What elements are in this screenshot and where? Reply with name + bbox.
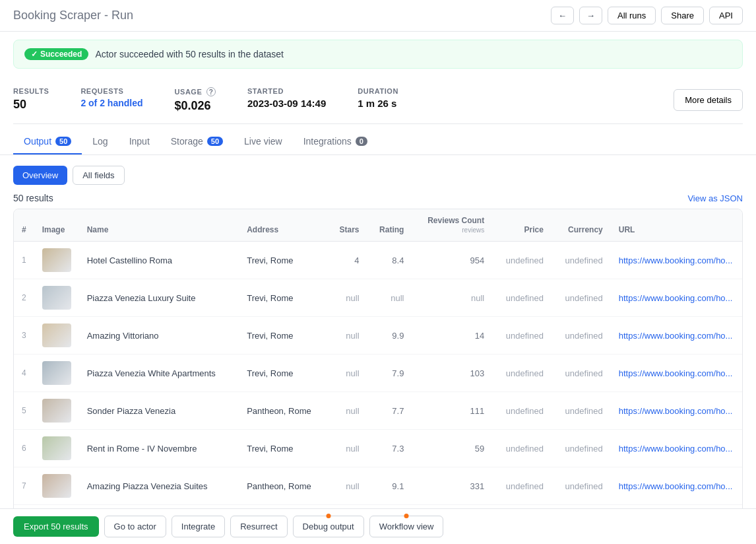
table-row: 4 Piazza Venezia White Apartments Trevi,…: [14, 355, 742, 392]
metrics-row: RESULTS 50 REQUESTS 2 of 2 handled USAGE…: [13, 77, 743, 124]
row-stars: null: [328, 279, 367, 317]
row-rating: 9.9: [367, 317, 412, 355]
row-image: [34, 430, 79, 467]
row-url[interactable]: https://www.booking.com/ho...: [611, 279, 742, 317]
tab-input[interactable]: Input: [119, 129, 160, 154]
tab-output[interactable]: Output 50: [13, 129, 82, 154]
started-value: 2023-03-09 14:49: [247, 98, 326, 109]
row-price: undefined: [492, 279, 551, 317]
row-image: [34, 355, 79, 392]
go-to-actor-button[interactable]: Go to actor: [104, 516, 166, 537]
nav-forward-button[interactable]: →: [579, 7, 602, 24]
results-label: RESULTS: [13, 87, 49, 95]
row-num: 1: [14, 242, 34, 279]
view-json-link[interactable]: View as JSON: [687, 193, 743, 203]
app-name: Booking Scraper: [13, 9, 101, 22]
metric-results: RESULTS 50: [13, 87, 49, 112]
row-image: [34, 392, 79, 430]
row-rating: 9.1: [367, 467, 412, 505]
workflow-view-button[interactable]: Workflow view: [369, 516, 444, 537]
run-label: Run: [111, 9, 133, 22]
row-price: undefined: [492, 242, 551, 279]
row-rating: 7.7: [367, 392, 412, 430]
row-image: [34, 467, 79, 505]
nav-back-button[interactable]: ←: [551, 7, 574, 24]
share-button[interactable]: Share: [661, 7, 704, 24]
status-message: Actor succeeded with 50 results in the d…: [95, 49, 284, 59]
row-currency: undefined: [551, 467, 611, 505]
header-actions: ← → All runs Share API: [551, 7, 743, 24]
page-title: Booking Scraper - Run: [13, 9, 551, 22]
row-name: Piazza Venezia Luxury Suite: [79, 279, 239, 317]
resurrect-button[interactable]: Resurrect: [230, 516, 287, 537]
row-stars: null: [328, 392, 367, 430]
row-name: Piazza Venezia White Apartments: [79, 355, 239, 392]
row-currency: undefined: [551, 279, 611, 317]
results-table-container: # Image Name Address Stars Rating Review…: [13, 209, 743, 543]
tabs: Output 50 Log Input Storage 50 Live view…: [0, 129, 756, 155]
row-currency: undefined: [551, 392, 611, 430]
row-price: undefined: [492, 392, 551, 430]
row-name: Amazing Vittoriano: [79, 317, 239, 355]
row-url[interactable]: https://www.booking.com/ho...: [611, 242, 742, 279]
row-name: Amazing Piazza Venezia Suites: [79, 467, 239, 505]
export-button[interactable]: Export 50 results: [13, 516, 99, 537]
api-button[interactable]: API: [709, 7, 743, 24]
usage-help-icon[interactable]: ?: [206, 87, 216, 96]
tab-log[interactable]: Log: [82, 129, 118, 154]
row-address: Trevi, Rome: [239, 279, 328, 317]
row-url[interactable]: https://www.booking.com/ho...: [611, 392, 742, 430]
col-url: URL: [611, 209, 742, 242]
row-stars: null: [328, 317, 367, 355]
col-address: Address: [239, 209, 328, 242]
table-header-row: # Image Name Address Stars Rating Review…: [14, 209, 742, 242]
row-url[interactable]: https://www.booking.com/ho...: [611, 430, 742, 467]
tab-integrations[interactable]: Integrations 0: [293, 129, 378, 154]
bottom-bar: Export 50 results Go to actor Integrate …: [0, 508, 756, 543]
table-row: 2 Piazza Venezia Luxury Suite Trevi, Rom…: [14, 279, 742, 317]
row-image: [34, 242, 79, 279]
row-reviews: 103: [412, 355, 492, 392]
results-value: 50: [13, 98, 49, 112]
overview-button[interactable]: Overview: [13, 166, 67, 185]
row-url[interactable]: https://www.booking.com/ho...: [611, 317, 742, 355]
col-currency: Currency: [551, 209, 611, 242]
tab-storage[interactable]: Storage 50: [160, 129, 234, 154]
status-badge: ✓ Succeeded: [24, 48, 88, 60]
orange-dot-indicator-2: [404, 514, 409, 518]
started-label: STARTED: [247, 87, 326, 95]
tab-live-view[interactable]: Live view: [234, 129, 293, 154]
row-num: 3: [14, 317, 34, 355]
more-details-button[interactable]: More details: [674, 89, 743, 111]
requests-value: 2 of 2 handled: [80, 98, 142, 108]
row-url[interactable]: https://www.booking.com/ho...: [611, 355, 742, 392]
row-image: [34, 317, 79, 355]
row-currency: undefined: [551, 242, 611, 279]
status-bar: ✓ Succeeded Actor succeeded with 50 resu…: [13, 40, 743, 69]
requests-label: REQUESTS: [80, 87, 142, 95]
row-url[interactable]: https://www.booking.com/ho...: [611, 467, 742, 505]
col-image: Image: [34, 209, 79, 242]
row-rating: null: [367, 279, 412, 317]
row-reviews: 331: [412, 467, 492, 505]
col-rating: Rating: [367, 209, 412, 242]
header: Booking Scraper - Run ← → All runs Share…: [0, 0, 756, 32]
integrate-button[interactable]: Integrate: [172, 516, 225, 537]
col-num: #: [14, 209, 34, 242]
row-price: undefined: [492, 467, 551, 505]
row-num: 7: [14, 467, 34, 505]
results-count-text: 50 results: [13, 193, 53, 203]
col-name: Name: [79, 209, 239, 242]
all-fields-button[interactable]: All fields: [73, 166, 124, 185]
col-price: Price: [492, 209, 551, 242]
status-badge-text: Succeeded: [40, 50, 82, 59]
debug-output-button[interactable]: Debug output: [293, 516, 364, 537]
row-reviews: null: [412, 279, 492, 317]
row-name: Sonder Piazza Venezia: [79, 392, 239, 430]
row-reviews: 14: [412, 317, 492, 355]
table-row: 6 Rent in Rome - IV Novembre Trevi, Rome…: [14, 430, 742, 467]
row-stars: null: [328, 430, 367, 467]
row-address: Trevi, Rome: [239, 242, 328, 279]
col-reviews: Reviews Countreviews: [412, 209, 492, 242]
all-runs-button[interactable]: All runs: [608, 7, 656, 24]
